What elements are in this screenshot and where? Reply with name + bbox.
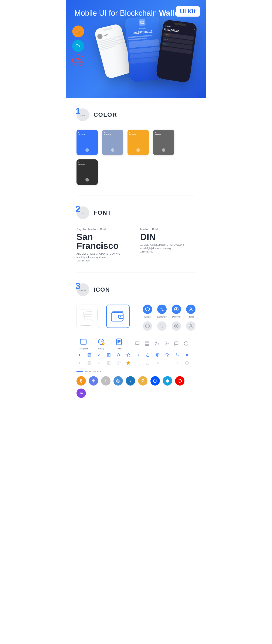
refresh-gray-icon bbox=[116, 360, 122, 366]
ps-badge: Ps bbox=[72, 40, 84, 52]
order-icon: Order bbox=[112, 337, 126, 350]
font-meta-din: Medium ' Bold bbox=[140, 228, 196, 231]
utility-icons-row1 bbox=[76, 352, 196, 358]
dash-icon: D bbox=[126, 376, 135, 386]
svg-rect-66 bbox=[107, 362, 108, 363]
svg-rect-50 bbox=[107, 355, 108, 356]
litecoin-icon: Ł bbox=[101, 376, 110, 386]
svg-rect-34 bbox=[145, 342, 149, 343]
font-nums-din: 1234567890 bbox=[140, 250, 196, 253]
hero-badges: Ps 60+ Screens bbox=[72, 26, 84, 66]
waves-icon bbox=[150, 376, 160, 386]
svg-point-21 bbox=[176, 325, 177, 327]
svg-rect-36 bbox=[145, 344, 149, 346]
svg-point-18 bbox=[190, 308, 192, 309]
icon-guide-box bbox=[76, 304, 100, 328]
font-section-header: 2 TWO FONT bbox=[76, 206, 196, 219]
misc-icons-row bbox=[134, 340, 189, 346]
phone-right: myWallet+ 6,297,502.12 ₿ BTC Ξ ETH WAVES… bbox=[156, 20, 198, 83]
nav-assets-icon: Assets bbox=[143, 304, 152, 318]
zcash-icon: Z bbox=[138, 376, 148, 386]
message-icon bbox=[174, 340, 179, 346]
icon-preview-area: Assets Exchange Discover bbox=[76, 304, 196, 331]
section-number-1: 1 ONE bbox=[76, 108, 89, 121]
color-title: COLOR bbox=[94, 111, 117, 118]
crescent-icon bbox=[154, 340, 160, 346]
sketch-badge bbox=[72, 26, 84, 38]
ethereum-icon bbox=[89, 376, 98, 386]
icon-title: ICON bbox=[94, 286, 110, 293]
document-icon bbox=[86, 352, 92, 358]
nav-icons-active-row: Assets Exchange Discover bbox=[143, 304, 196, 318]
color-swatch-slate: #8DA0C8 bbox=[102, 130, 123, 155]
grid-gray-icon bbox=[106, 360, 112, 366]
plus-gray-icon bbox=[76, 360, 82, 366]
svg-point-27 bbox=[102, 342, 104, 345]
svg-marker-15 bbox=[145, 307, 149, 311]
color-swatch-orange: #F5A623 bbox=[128, 130, 149, 155]
svg-rect-67 bbox=[109, 362, 110, 363]
font-name-din: DIN bbox=[140, 232, 196, 242]
color-swatch-dark: #303030 bbox=[76, 160, 98, 185]
svg-rect-51 bbox=[109, 355, 110, 356]
blockchain-label: BlockChain Icon bbox=[84, 370, 102, 373]
color-dot bbox=[136, 148, 140, 152]
nav-assets-inactive bbox=[143, 321, 152, 331]
svg-line-53 bbox=[119, 356, 120, 356]
svg-text:D: D bbox=[130, 380, 131, 382]
svg-marker-85 bbox=[166, 379, 169, 383]
svg-point-14 bbox=[120, 316, 121, 317]
svg-rect-8 bbox=[85, 313, 91, 319]
grid-icon bbox=[106, 352, 112, 358]
svg-rect-49 bbox=[109, 354, 110, 355]
hero-section: Mobile UI for Blockchain Wallet UI Kit P… bbox=[66, 0, 206, 98]
arrow-gray-icon bbox=[164, 360, 170, 366]
share-gray-icon bbox=[145, 360, 151, 366]
nav-discover-inactive bbox=[172, 321, 181, 331]
font-uppercase-sf: ABCDEFGHIJKLMNOPQRSTUVWXYZ bbox=[76, 252, 132, 255]
svg-point-56 bbox=[157, 354, 158, 356]
chevron-gray-icon bbox=[174, 360, 180, 366]
svg-point-22 bbox=[190, 324, 192, 326]
stack-icon bbox=[144, 340, 150, 346]
blockchain-line bbox=[76, 371, 83, 372]
icon-wallet-box bbox=[106, 304, 130, 328]
svg-rect-6 bbox=[140, 21, 144, 24]
font-name-sf: San Francisco bbox=[76, 232, 132, 250]
svg-marker-19 bbox=[145, 324, 149, 328]
info-gray-icon bbox=[184, 360, 190, 366]
svg-rect-35 bbox=[145, 343, 149, 344]
chat-icon bbox=[134, 340, 140, 346]
share-icon bbox=[145, 352, 151, 358]
svg-rect-12 bbox=[111, 313, 123, 321]
svg-point-52 bbox=[117, 354, 120, 356]
font-nums-sf: 1234567890 bbox=[76, 259, 132, 262]
svg-rect-7 bbox=[84, 312, 93, 321]
color-swatches: #3574FA #8DA0C8 #F5A623 #666666 #303030 bbox=[76, 130, 196, 185]
font-meta-sf: Regular ' Medium ' Bold bbox=[76, 228, 132, 231]
svg-rect-9 bbox=[84, 314, 92, 319]
blockchain-label-row: BlockChain Icon bbox=[76, 370, 196, 373]
nav-icons-inactive-row bbox=[143, 321, 196, 331]
utility-icons-row2 bbox=[76, 360, 196, 366]
close-icon bbox=[184, 352, 190, 358]
color-dot bbox=[111, 148, 114, 152]
svg-point-38 bbox=[166, 342, 167, 344]
color-section: 1 ONE COLOR #3574FA #8DA0C8 #F5A623 #666… bbox=[66, 98, 206, 196]
check-gray-icon bbox=[96, 360, 102, 366]
check-icon bbox=[96, 352, 102, 358]
section-number-2: 2 TWO bbox=[76, 206, 89, 219]
svg-marker-54 bbox=[127, 354, 130, 356]
search-icon bbox=[116, 352, 122, 358]
document-gray-icon bbox=[86, 360, 92, 366]
nav-discover-icon: Discover bbox=[172, 304, 181, 318]
matic-icon bbox=[76, 388, 86, 398]
plus-icon bbox=[76, 352, 82, 358]
svg-rect-68 bbox=[107, 363, 108, 364]
ark-icon bbox=[175, 376, 184, 386]
swap-icon bbox=[174, 352, 180, 358]
font-section: 2 TWO FONT Regular ' Medium ' Bold San F… bbox=[66, 196, 206, 272]
section-number-3: 3 THREE bbox=[76, 283, 89, 296]
phones-area: Profile myWallet $6,297,502.12 bbox=[100, 13, 206, 94]
font-uppercase-din: ABCDEFGHIJKLMNOPQRSTUVWXYZ bbox=[140, 244, 196, 246]
